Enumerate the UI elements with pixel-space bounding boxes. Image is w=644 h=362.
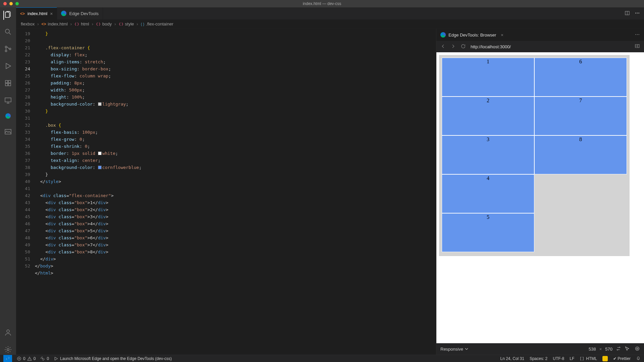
svg-point-2 bbox=[5, 50, 7, 52]
preview-tab-label: Edge DevTools: Browser bbox=[448, 33, 496, 38]
notifications-bell-icon[interactable] bbox=[636, 356, 641, 361]
crumb-file[interactable]: <>index.html bbox=[42, 21, 68, 26]
flex-box-item: 4 bbox=[442, 174, 534, 213]
svg-point-17 bbox=[637, 34, 638, 35]
activity-bar bbox=[0, 7, 16, 355]
browser-toolbar: http://localhost:3000/ bbox=[436, 41, 644, 52]
split-editor-icon[interactable] bbox=[625, 10, 630, 17]
run-debug-icon[interactable] bbox=[4, 62, 12, 71]
back-icon[interactable] bbox=[440, 44, 446, 50]
svg-point-20 bbox=[637, 348, 638, 349]
preview-panel: Edge DevTools: Browser × http://localhos… bbox=[436, 29, 644, 355]
flex-box-item: 6 bbox=[534, 58, 627, 97]
svg-point-21 bbox=[636, 347, 639, 350]
explorer-icon[interactable] bbox=[3, 11, 12, 20]
prettier-status[interactable]: Prettier bbox=[613, 356, 631, 361]
flex-box-item: 2 bbox=[442, 97, 534, 135]
svg-point-10 bbox=[7, 330, 9, 333]
svg-rect-7 bbox=[8, 83, 11, 86]
more-actions-icon[interactable] bbox=[635, 32, 640, 38]
search-icon[interactable] bbox=[4, 28, 12, 37]
reload-icon[interactable] bbox=[461, 44, 466, 50]
settings-gear-icon[interactable] bbox=[4, 346, 12, 355]
svg-point-15 bbox=[639, 13, 639, 13]
remote-explorer-icon[interactable] bbox=[4, 96, 12, 105]
crumb-style[interactable]: style bbox=[119, 21, 134, 26]
svg-point-16 bbox=[635, 34, 636, 35]
code-editor[interactable]: 1920212223242526272829303132333435363738… bbox=[16, 29, 436, 355]
viewport-height[interactable]: 570 bbox=[605, 347, 612, 352]
viewport-width[interactable]: 538 bbox=[589, 347, 596, 352]
indentation[interactable]: Spaces: 2 bbox=[530, 356, 547, 361]
svg-point-13 bbox=[635, 13, 636, 13]
crumb-folder[interactable]: flexbox bbox=[21, 21, 35, 26]
inspect-element-icon[interactable] bbox=[625, 346, 630, 352]
maximize-window-icon[interactable] bbox=[15, 2, 19, 5]
code-content[interactable]: } .flex-container { display: flex; align… bbox=[35, 29, 436, 355]
svg-point-18 bbox=[639, 34, 639, 35]
minimize-window-icon[interactable] bbox=[9, 2, 13, 5]
window-title: index.html — dev-css bbox=[0, 1, 644, 6]
dimension-x-icon: × bbox=[599, 347, 602, 352]
launch-task-button[interactable]: Launch Microsoft Edge and open the Edge … bbox=[54, 356, 172, 361]
close-icon[interactable]: × bbox=[501, 33, 503, 38]
crumb-body[interactable]: body bbox=[96, 21, 112, 26]
rendered-flex-container: 12345678 bbox=[439, 55, 630, 256]
preview-viewport[interactable]: 12345678 bbox=[436, 52, 644, 343]
preview-tab[interactable]: Edge DevTools: Browser × bbox=[436, 29, 644, 41]
svg-point-1 bbox=[5, 46, 7, 48]
close-icon[interactable]: × bbox=[50, 11, 53, 16]
open-devtools-icon[interactable] bbox=[635, 44, 640, 50]
breadcrumb[interactable]: flexbox › <>index.html › html › body › s… bbox=[16, 19, 644, 29]
eol[interactable]: LF bbox=[570, 356, 574, 361]
crumb-html[interactable]: html bbox=[74, 21, 89, 26]
svg-rect-8 bbox=[5, 98, 11, 102]
flex-box-item: 3 bbox=[442, 135, 534, 174]
svg-point-14 bbox=[637, 13, 638, 13]
edge-icon bbox=[440, 32, 446, 38]
responsive-mode-select[interactable]: Responsive bbox=[440, 346, 469, 352]
image-preview-icon[interactable] bbox=[4, 128, 12, 137]
svg-rect-4 bbox=[5, 80, 8, 83]
screencast-icon[interactable] bbox=[635, 346, 640, 352]
close-window-icon[interactable] bbox=[3, 2, 7, 5]
language-mode[interactable]: HTML bbox=[580, 356, 597, 361]
svg-point-0 bbox=[5, 29, 9, 33]
tab-edge-devtools[interactable]: Edge DevTools bbox=[57, 7, 103, 19]
tab-label: index.html bbox=[28, 11, 47, 16]
tab-label: Edge DevTools bbox=[69, 11, 98, 16]
source-control-icon[interactable] bbox=[4, 45, 12, 54]
flex-box-item: 7 bbox=[534, 97, 627, 135]
extensions-icon[interactable] bbox=[4, 79, 12, 88]
window-titlebar: index.html — dev-css bbox=[0, 0, 644, 7]
crumb-selector[interactable]: { }.flex-container bbox=[141, 21, 173, 26]
flex-box-item: 5 bbox=[442, 213, 534, 252]
remote-indicator[interactable] bbox=[3, 355, 12, 362]
swap-dimensions-icon[interactable] bbox=[616, 346, 621, 352]
preview-footer: Responsive 538 × 570 bbox=[436, 343, 644, 355]
encoding[interactable]: UTF-8 bbox=[553, 356, 564, 361]
flex-box-item: 1 bbox=[442, 58, 534, 97]
svg-point-11 bbox=[7, 349, 9, 351]
svg-rect-5 bbox=[8, 80, 11, 83]
line-gutter: 1920212223242526272829303132333435363738… bbox=[16, 29, 35, 355]
ports-indicator[interactable]: 0 bbox=[40, 356, 49, 361]
mac-traffic-lights bbox=[0, 2, 19, 5]
address-bar[interactable]: http://localhost:3000/ bbox=[471, 44, 511, 49]
forward-icon[interactable] bbox=[450, 44, 456, 50]
live-preview-indicator-icon[interactable] bbox=[602, 356, 608, 361]
svg-point-3 bbox=[9, 48, 11, 50]
svg-rect-6 bbox=[5, 83, 8, 86]
editor-tabs: <> index.html × Edge DevTools bbox=[16, 7, 644, 19]
tab-index-html[interactable]: <> index.html × bbox=[16, 7, 57, 19]
status-bar: 0 0 0 Launch Microsoft Edge and open the… bbox=[0, 355, 644, 362]
problems-indicator[interactable]: 0 0 bbox=[17, 356, 36, 361]
html-file-icon: <> bbox=[20, 11, 25, 16]
edge-icon bbox=[61, 11, 66, 16]
svg-point-23 bbox=[42, 358, 44, 359]
more-actions-icon[interactable] bbox=[635, 10, 640, 17]
accounts-icon[interactable] bbox=[4, 328, 12, 338]
flex-box-item: 8 bbox=[534, 135, 627, 174]
cursor-position[interactable]: Ln 24, Col 31 bbox=[500, 356, 524, 361]
edge-tools-icon[interactable] bbox=[5, 113, 11, 120]
